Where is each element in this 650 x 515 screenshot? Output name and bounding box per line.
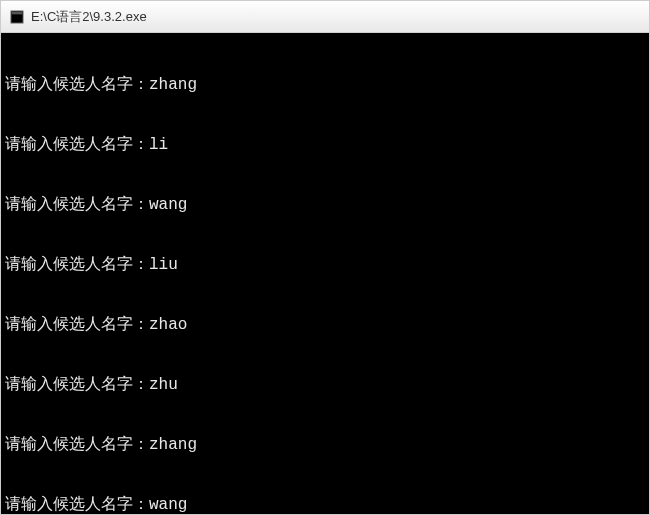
input-line: 请输入候选人名字：zhang	[5, 435, 645, 455]
app-icon	[9, 9, 25, 25]
window-title: E:\C语言2\9.3.2.exe	[31, 8, 147, 26]
titlebar[interactable]: E:\C语言2\9.3.2.exe	[1, 1, 649, 33]
input-line: 请输入候选人名字：zhu	[5, 375, 645, 395]
input-line: 请输入候选人名字：liu	[5, 255, 645, 275]
input-line: 请输入候选人名字：wang	[5, 195, 645, 215]
input-line: 请输入候选人名字：zhang	[5, 75, 645, 95]
input-line: 请输入候选人名字：zhao	[5, 315, 645, 335]
input-line: 请输入候选人名字：wang	[5, 495, 645, 514]
console-output[interactable]: 请输入候选人名字：zhang 请输入候选人名字：li 请输入候选人名字：wang…	[1, 33, 649, 514]
console-window: E:\C语言2\9.3.2.exe 请输入候选人名字：zhang 请输入候选人名…	[0, 0, 650, 515]
svg-rect-1	[12, 11, 23, 14]
input-line: 请输入候选人名字：li	[5, 135, 645, 155]
